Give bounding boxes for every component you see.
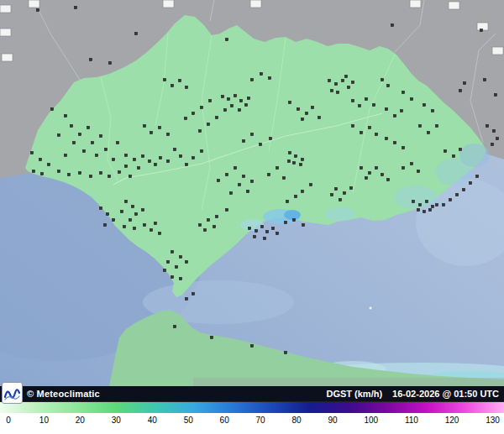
station-marker[interactable] bbox=[40, 172, 43, 175]
station-marker[interactable] bbox=[74, 6, 76, 8]
station-marker[interactable] bbox=[343, 191, 345, 194]
station-marker[interactable] bbox=[120, 210, 123, 212]
station-marker[interactable] bbox=[301, 118, 303, 120]
station-marker[interactable] bbox=[385, 137, 387, 139]
station-marker[interactable] bbox=[124, 154, 127, 156]
station-marker[interactable] bbox=[344, 75, 347, 77]
station-marker[interactable] bbox=[459, 148, 461, 150]
station-marker[interactable] bbox=[78, 171, 81, 174]
station-marker[interactable] bbox=[276, 232, 278, 234]
station-marker[interactable] bbox=[393, 114, 396, 117]
station-marker[interactable] bbox=[402, 91, 404, 93]
station-marker[interactable] bbox=[412, 200, 414, 202]
station-marker[interactable] bbox=[339, 198, 341, 201]
station-marker[interactable] bbox=[305, 112, 307, 114]
station-marker[interactable] bbox=[386, 178, 389, 180]
station-marker[interactable] bbox=[302, 223, 304, 226]
station-marker[interactable] bbox=[112, 218, 114, 221]
edge-station-box[interactable] bbox=[2, 54, 13, 61]
station-marker[interactable] bbox=[134, 212, 137, 215]
station-marker[interactable] bbox=[483, 78, 486, 81]
station-marker[interactable] bbox=[150, 131, 152, 133]
station-marker[interactable] bbox=[267, 173, 270, 175]
station-marker[interactable] bbox=[124, 165, 127, 167]
station-marker[interactable] bbox=[253, 235, 255, 238]
station-marker[interactable] bbox=[95, 154, 97, 156]
station-marker[interactable] bbox=[435, 124, 438, 127]
station-marker[interactable] bbox=[64, 114, 66, 117]
station-marker[interactable] bbox=[250, 344, 253, 347]
station-marker[interactable] bbox=[36, 8, 39, 11]
station-marker[interactable] bbox=[163, 269, 165, 271]
station-marker[interactable] bbox=[410, 162, 412, 165]
station-marker[interactable] bbox=[318, 116, 320, 118]
station-marker[interactable] bbox=[410, 97, 412, 100]
station-marker[interactable] bbox=[134, 32, 137, 34]
station-marker[interactable] bbox=[179, 277, 181, 280]
station-marker[interactable] bbox=[351, 81, 354, 83]
edge-station-box[interactable] bbox=[492, 47, 503, 55]
station-marker[interactable] bbox=[223, 108, 226, 111]
station-marker[interactable] bbox=[72, 141, 75, 144]
station-marker[interactable] bbox=[368, 171, 370, 174]
station-marker[interactable] bbox=[301, 190, 303, 192]
station-marker[interactable] bbox=[171, 250, 173, 253]
station-marker[interactable] bbox=[417, 208, 419, 211]
station-marker[interactable] bbox=[372, 103, 375, 106]
station-marker[interactable] bbox=[402, 166, 404, 169]
station-marker[interactable] bbox=[192, 292, 194, 295]
station-marker[interactable] bbox=[207, 218, 209, 221]
station-marker[interactable] bbox=[57, 170, 60, 172]
station-marker[interactable] bbox=[163, 78, 165, 81]
station-marker[interactable] bbox=[150, 228, 152, 231]
edge-station-box[interactable] bbox=[449, 2, 459, 9]
station-marker[interactable] bbox=[276, 166, 278, 169]
station-marker[interactable] bbox=[425, 200, 428, 202]
station-marker[interactable] bbox=[347, 86, 349, 88]
station-marker[interactable] bbox=[173, 148, 176, 150]
station-marker[interactable] bbox=[99, 134, 102, 137]
station-marker[interactable] bbox=[288, 101, 291, 103]
station-marker[interactable] bbox=[238, 183, 240, 186]
station-marker[interactable] bbox=[123, 225, 125, 227]
station-marker[interactable] bbox=[459, 89, 461, 92]
station-marker[interactable] bbox=[418, 124, 421, 127]
station-marker[interactable] bbox=[185, 260, 187, 263]
station-marker[interactable] bbox=[292, 161, 295, 164]
station-marker[interactable] bbox=[171, 84, 173, 86]
station-marker[interactable] bbox=[217, 179, 219, 181]
station-marker[interactable] bbox=[103, 223, 106, 226]
station-marker[interactable] bbox=[108, 175, 110, 177]
station-marker[interactable] bbox=[494, 93, 496, 96]
station-marker[interactable] bbox=[171, 275, 173, 278]
station-marker[interactable] bbox=[198, 223, 201, 226]
station-marker[interactable] bbox=[260, 225, 263, 227]
station-marker[interactable] bbox=[341, 79, 344, 81]
station-marker[interactable] bbox=[475, 175, 478, 177]
station-marker[interactable] bbox=[393, 141, 396, 144]
station-marker[interactable] bbox=[269, 137, 271, 139]
station-marker[interactable] bbox=[286, 200, 288, 202]
station-marker[interactable] bbox=[301, 158, 303, 160]
station-marker[interactable] bbox=[309, 183, 312, 186]
station-marker[interactable] bbox=[166, 133, 169, 135]
station-marker[interactable] bbox=[442, 203, 444, 206]
station-marker[interactable] bbox=[154, 163, 156, 165]
station-marker[interactable] bbox=[32, 170, 34, 172]
station-marker[interactable] bbox=[104, 148, 107, 150]
station-marker[interactable] bbox=[375, 166, 377, 169]
station-marker[interactable] bbox=[213, 225, 215, 227]
edge-station-box[interactable] bbox=[163, 0, 174, 8]
station-marker[interactable] bbox=[99, 207, 102, 209]
station-marker[interactable] bbox=[118, 170, 120, 173]
station-marker[interactable] bbox=[208, 99, 211, 102]
station-marker[interactable] bbox=[166, 260, 169, 263]
station-marker[interactable] bbox=[259, 143, 261, 145]
station-marker[interactable] bbox=[39, 158, 41, 160]
station-marker[interactable] bbox=[112, 158, 114, 160]
station-marker[interactable] bbox=[203, 228, 206, 231]
station-marker[interactable] bbox=[89, 175, 92, 177]
station-marker[interactable] bbox=[360, 166, 362, 169]
station-marker[interactable] bbox=[57, 133, 60, 136]
station-marker[interactable] bbox=[47, 163, 50, 165]
